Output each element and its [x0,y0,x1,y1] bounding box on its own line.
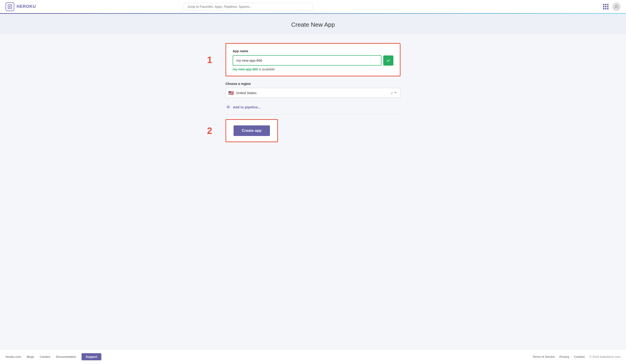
search-input[interactable] [184,3,313,11]
header: HEROKU [0,0,626,14]
create-app-box: Create app [226,119,278,142]
step-2-indicator: 2 [207,126,212,136]
svg-point-1 [615,5,617,7]
footer-copyright: © 2019 Salesforce.com [589,355,621,359]
region-label: Choose a region [226,82,400,86]
svg-point-0 [10,6,11,7]
user-avatar[interactable] [612,2,621,11]
divider [226,114,400,115]
check-icon [386,58,391,63]
app-name-box: App name my-new-app-666 is available [226,43,400,76]
footer-link-heroku[interactable]: heroku.com [5,355,21,359]
pipeline-section: Add to pipeline... [226,104,400,110]
section-1: 1 App name my-new-app-666 is available [226,43,400,76]
app-name-input-row [233,55,393,66]
footer-link-tos[interactable]: Terms of Service [533,355,555,359]
page-title-area: Create New App [0,14,626,34]
apps-grid-icon[interactable] [603,4,609,9]
footer-link-blogs[interactable]: Blogs [27,355,34,359]
footer: heroku.com Blogs Careers Documentation S… [0,349,626,364]
heroku-logo-icon [5,2,14,11]
logo-text: HEROKU [17,4,36,9]
app-name-input[interactable] [233,55,381,66]
region-select[interactable]: United States Europe [226,88,400,98]
footer-link-documentation[interactable]: Documentation [56,355,76,359]
create-app-button[interactable]: Create app [234,125,270,136]
app-name-label: App name [233,49,393,53]
available-suffix: is available [258,67,275,71]
page-title: Create New App [0,21,626,28]
form-container: 1 App name my-new-app-666 is available [226,43,400,142]
step-1-indicator: 1 [207,55,212,65]
footer-link-cookies[interactable]: Cookies [574,355,585,359]
check-availability-button[interactable] [383,55,393,66]
section-2: 2 Create app [226,119,278,142]
footer-support-button[interactable]: Support [81,353,101,360]
pipeline-icon [226,104,231,110]
availability-text: my-new-app-666 is available [233,67,393,71]
svg-point-4 [228,106,229,107]
header-right [603,2,621,11]
footer-right: Terms of Service Privacy Cookies © 2019 … [533,355,621,359]
main-content: 1 App name my-new-app-666 is available [0,34,626,349]
footer-link-privacy[interactable]: Privacy [559,355,569,359]
add-to-pipeline-link[interactable]: Add to pipeline... [233,105,261,109]
region-select-wrapper: 🇺🇸 United States Europe ⌃̸ [226,88,400,98]
region-section: Choose a region 🇺🇸 United States Europe … [226,82,400,98]
header-search-container [184,3,313,11]
logo-area[interactable]: HEROKU [5,2,36,11]
footer-link-careers[interactable]: Careers [39,355,50,359]
available-app-name: my-new-app-666 [233,67,258,71]
